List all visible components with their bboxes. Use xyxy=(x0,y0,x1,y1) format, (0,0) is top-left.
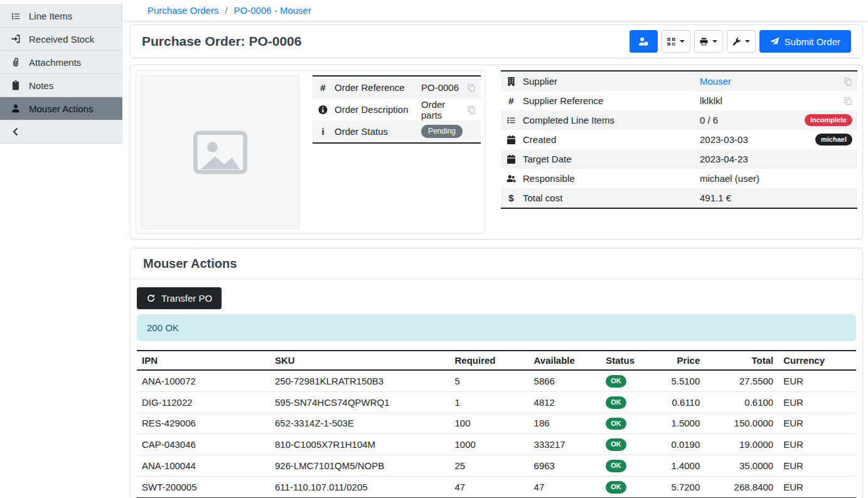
detail-value: PO-0006 xyxy=(421,82,461,93)
print-actions-dropdown[interactable] xyxy=(694,30,723,53)
sidebar-item-received-stock[interactable]: Received Stock xyxy=(0,28,122,51)
line-items-table: IPN SKU Required Available Status Price … xyxy=(137,350,856,498)
col-price: Price xyxy=(658,351,705,370)
copy-icon[interactable] xyxy=(467,105,476,114)
detail-row-total-cost: $ Total cost 491.1 € xyxy=(501,188,857,208)
caret-down-icon xyxy=(680,40,685,43)
cell-price: 1.5000 xyxy=(658,413,705,434)
list-icon xyxy=(11,11,21,21)
cell-ipn: SWT-200005 xyxy=(137,476,270,497)
detail-row-order-status: i Order Status Pending xyxy=(313,120,481,142)
submit-order-label: Submit Order xyxy=(785,36,840,47)
detail-label: Order Reference xyxy=(335,82,415,93)
cell-ipn: DIG-112022 xyxy=(137,391,270,413)
detail-row-created: Created 2023-03-03 michael xyxy=(501,130,857,149)
sidebar-item-label: Line Items xyxy=(29,11,72,21)
content-inner: Purchase Order: PO-0006 xyxy=(122,21,868,498)
detail-label: Total cost xyxy=(523,193,694,203)
order-image-placeholder[interactable] xyxy=(141,75,299,229)
cell-sku: 595-SN74HCS74QPWRQ1 xyxy=(270,391,450,413)
list-check-icon xyxy=(506,115,517,125)
cell-price: 5.7200 xyxy=(658,476,705,497)
panel-body: Transfer PO 200 OK IPN SKU Required Avai… xyxy=(131,280,862,498)
cell-currency: EUR xyxy=(778,370,856,391)
user-badge: michael xyxy=(815,134,852,146)
order-summary-card: # Order Reference PO-0006 Order Descript… xyxy=(136,70,486,234)
cell-available: 333217 xyxy=(529,434,601,455)
cell-total: 35.0000 xyxy=(705,455,778,477)
table-row: CAP-043046 810-C1005X7R1H104M 1000 33321… xyxy=(137,434,856,455)
cell-status: OK xyxy=(601,413,658,434)
paper-plane-icon xyxy=(770,37,780,46)
order-actions-dropdown[interactable] xyxy=(727,30,756,53)
detail-value: 0 / 6 xyxy=(700,115,798,125)
table-row: RES-429006 652-3314Z-1-503E 100 186 OK 1… xyxy=(137,413,856,434)
transfer-po-button[interactable]: Transfer PO xyxy=(137,287,222,309)
detail-row-supplier: Supplier Mouser xyxy=(501,72,857,91)
user-icon xyxy=(11,103,21,114)
cell-required: 1000 xyxy=(450,434,529,455)
cell-total: 19.0000 xyxy=(705,434,778,455)
cell-required: 25 xyxy=(450,455,529,477)
cell-status: OK xyxy=(601,434,658,455)
cell-sku: 810-C1005X7R1H104M xyxy=(270,434,450,455)
status-ok-badge: OK xyxy=(606,481,626,494)
copy-icon[interactable] xyxy=(844,77,852,86)
sidebar-collapse-button[interactable] xyxy=(0,120,122,144)
cell-sku: 611-110.107.011/0205 xyxy=(270,476,450,497)
cell-ipn: ANA-100072 xyxy=(137,370,270,391)
breadcrumb-purchase-orders-link[interactable]: Purchase Orders xyxy=(147,5,218,16)
cell-ipn: RES-429006 xyxy=(137,413,270,434)
cell-available: 47 xyxy=(529,476,601,497)
cell-sku: 250-72981KLRATR150B3 xyxy=(270,370,450,391)
breadcrumb-current-order-link[interactable]: PO-0006 - Mouser xyxy=(234,5,311,16)
detail-value: michael (user) xyxy=(700,173,852,184)
order-status-badge: Pending xyxy=(421,125,463,138)
detail-value: lklklkl xyxy=(700,95,837,106)
cell-price: 5.5100 xyxy=(658,370,705,391)
col-required: Required xyxy=(450,351,529,370)
table-row: ANA-100044 926-LMC7101QM5/NOPB 25 6963 O… xyxy=(137,455,856,477)
order-details-table: # Order Reference PO-0006 Order Descript… xyxy=(313,75,481,144)
sidebar-item-mouser-actions[interactable]: Mouser Actions xyxy=(0,97,122,120)
copy-icon[interactable] xyxy=(844,97,852,105)
col-total: Total xyxy=(705,351,778,370)
col-sku: SKU xyxy=(270,351,450,370)
user-roles-button[interactable] xyxy=(630,30,658,53)
hash-icon: # xyxy=(318,82,328,93)
dollar-icon: $ xyxy=(506,193,517,203)
detail-label: Target Date xyxy=(523,154,694,164)
col-status: Status xyxy=(601,351,658,370)
table-header-row: IPN SKU Required Available Status Price … xyxy=(137,351,856,370)
detail-label: Supplier Reference xyxy=(523,95,694,106)
submit-order-button[interactable]: Submit Order xyxy=(759,30,851,53)
header-actions: Submit Order xyxy=(630,30,851,53)
sidebar-item-label: Notes xyxy=(29,80,53,91)
printer-icon xyxy=(699,37,709,46)
cell-available: 6963 xyxy=(529,455,601,477)
sidebar-item-line-items[interactable]: Line Items xyxy=(0,4,122,28)
cell-required: 47 xyxy=(450,476,529,497)
mouser-actions-panel: Mouser Actions Transfer PO 200 OK IPN xyxy=(130,248,863,498)
detail-label: Order Status xyxy=(335,126,415,137)
cell-total: 0.6100 xyxy=(705,391,778,413)
calendar-icon xyxy=(506,135,517,145)
breadcrumb-separator: / xyxy=(225,5,227,16)
cell-required: 1 xyxy=(450,391,529,413)
supplier-link[interactable]: Mouser xyxy=(700,76,837,87)
tools-icon xyxy=(732,37,741,46)
transfer-po-label: Transfer PO xyxy=(161,293,212,304)
cell-total: 27.5500 xyxy=(705,370,778,391)
cell-currency: EUR xyxy=(778,413,856,434)
copy-icon[interactable] xyxy=(467,83,476,92)
main-content: Purchase Orders / PO-0006 - Mouser Purch… xyxy=(122,0,868,498)
cell-ipn: CAP-043046 xyxy=(137,434,270,455)
sidebar-item-notes[interactable]: Notes xyxy=(0,74,122,97)
detail-value: 2023-03-03 xyxy=(700,134,809,145)
sidebar-item-label: Attachments xyxy=(29,57,81,68)
barcode-actions-dropdown[interactable] xyxy=(662,30,690,53)
info-icon: i xyxy=(318,126,328,137)
sidebar-item-attachments[interactable]: Attachments xyxy=(0,51,122,74)
cell-required: 100 xyxy=(450,413,529,434)
col-available: Available xyxy=(529,351,601,370)
